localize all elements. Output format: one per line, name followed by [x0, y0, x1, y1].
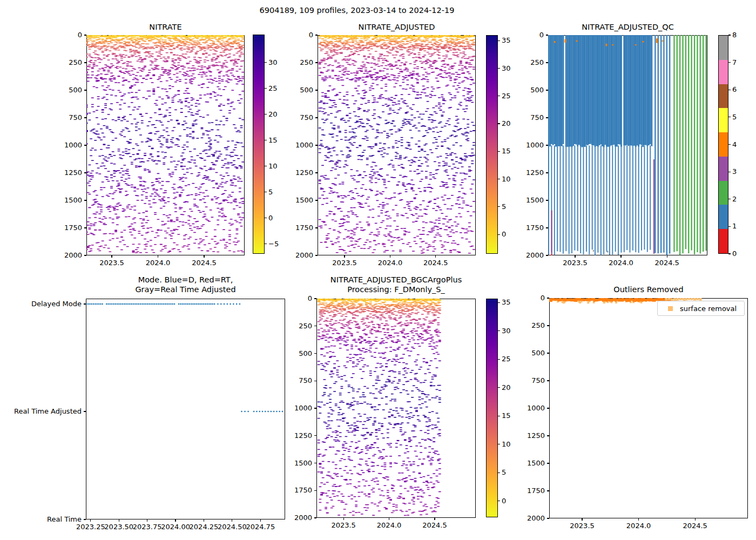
y-tick-label: 2000: [280, 513, 312, 523]
colorbar-tick-mark: [728, 35, 731, 35]
y-tick-label: 1250: [280, 431, 312, 441]
colorbar-tick-label: 2: [732, 194, 755, 204]
colorbar-tick-mark: [265, 166, 267, 166]
scatter-points: [316, 299, 476, 518]
panel-title-line: Processing: F_DMonly_S_: [316, 285, 476, 295]
colorbar-tick-mark: [498, 416, 500, 416]
tick-mark: [582, 518, 582, 521]
y-tick-label: 0: [512, 293, 545, 303]
x-tick-label: 2024.25: [190, 523, 219, 531]
tick-mark: [119, 519, 119, 522]
panel-title-line: NITRATE: [86, 23, 245, 32]
x-tick-label: 2023.5: [563, 259, 588, 267]
colorbar-tick-mark: [728, 199, 731, 199]
x-tick-label: 2024.50: [218, 523, 247, 531]
y-tick-label: 1000: [512, 403, 545, 413]
x-tick-label: 2024.5: [654, 259, 679, 267]
y-tick-label: 750: [511, 113, 544, 123]
colorbar-tick-mark: [728, 172, 731, 172]
y-tick-label: 750: [512, 376, 545, 386]
y-tick-label: 1250: [512, 431, 545, 441]
colorbar-tick-mark: [498, 40, 500, 41]
colorbar-tick-label: 4: [732, 140, 755, 150]
y-tick-label: 1750: [50, 223, 82, 233]
tick-mark: [435, 255, 436, 258]
y-tick-label: 0: [50, 30, 82, 40]
tick-mark: [695, 518, 696, 521]
tick-mark: [204, 519, 204, 522]
panel-nitrate-adjusted-title: NITRATE_ADJUSTED: [318, 23, 476, 32]
panel-nitrate-title: NITRATE: [86, 23, 245, 32]
outliers-legend: surface removal: [657, 301, 745, 316]
legend-marker-square: [668, 306, 673, 311]
tick-mark: [175, 519, 176, 522]
tick-mark: [389, 518, 389, 520]
y-tick-label: 1250: [50, 168, 82, 178]
tick-mark: [158, 255, 158, 258]
y-tick-label: 0: [280, 294, 312, 303]
y-tick-label: 1250: [281, 168, 313, 178]
panel-outliers-title: Outliers Removed: [549, 285, 748, 295]
colorbar-tick-label: 6: [732, 85, 755, 94]
y-tick-label: 2000: [281, 251, 313, 260]
colorbar-tick-mark: [265, 114, 267, 114]
colorbar-tick-mark: [498, 68, 500, 69]
colorbar: [253, 35, 265, 254]
colorbar-tick-mark: [265, 218, 267, 218]
colorbar: [718, 35, 728, 254]
colorbar-tick-mark: [498, 206, 500, 207]
x-tick-label: 2023.5: [332, 259, 357, 267]
tick-mark: [638, 518, 639, 521]
colorbar-tick-mark: [728, 253, 731, 254]
y-tick-label: 1500: [50, 195, 82, 205]
y-tick-label: 1000: [50, 140, 82, 150]
y-tick-label: 250: [280, 321, 312, 331]
x-tick-label: 2024.00: [161, 523, 190, 531]
x-tick-label: 2024.75: [246, 523, 275, 531]
y-tick-label: 500: [281, 85, 313, 95]
x-tick-label: 2024.5: [683, 522, 707, 530]
colorbar-tick-mark: [498, 501, 500, 501]
y-tick-label: 2000: [511, 251, 544, 260]
colorbar-tick-mark: [498, 473, 500, 473]
tick-mark: [111, 255, 112, 258]
y-tick-label: 750: [280, 376, 312, 386]
panel-title-line: Outliers Removed: [549, 285, 748, 295]
y-tick-label: 1500: [280, 458, 312, 468]
y-tick-label: 1750: [511, 223, 544, 233]
tick-mark: [232, 519, 232, 522]
legend-label: surface removal: [680, 305, 737, 313]
panel-title-line: NITRATE_ADJUSTED_QC: [548, 23, 707, 32]
y-tick-label: 250: [281, 58, 313, 68]
x-tick-label: 2024.5: [423, 259, 448, 267]
tick-mark: [204, 255, 204, 258]
colorbar-tick-mark: [498, 96, 500, 96]
colorbar-tick-label: −5: [268, 239, 291, 249]
tick-mark: [344, 255, 345, 258]
y-tick-label: 1500: [511, 195, 544, 205]
x-tick-label: 2024.0: [146, 259, 171, 267]
panel-title-line: Gray=Real Time Adjusted: [86, 285, 285, 295]
qc-stripes: [548, 35, 707, 255]
x-tick-label: 2024.5: [192, 259, 217, 267]
y-tick-label: 2000: [512, 514, 545, 523]
tick-mark: [575, 255, 575, 258]
panel-title-line: Mode. Blue=D, Red=RT,: [86, 275, 285, 285]
colorbar-tick-mark: [498, 123, 500, 124]
y-tick-label: 2000: [50, 251, 82, 260]
tick-mark: [260, 519, 261, 522]
colorbar-tick-mark: [498, 359, 500, 360]
colorbar-tick-label: 5: [502, 468, 524, 477]
y-tick-label: 1750: [512, 486, 545, 496]
colorbar-tick-label: 0: [502, 496, 524, 506]
y-tick-label: 0: [281, 30, 313, 40]
colorbar-tick-mark: [265, 140, 267, 140]
colorbar: [486, 299, 498, 517]
y-tick-label: 250: [511, 58, 544, 68]
y-category-label: Real Time: [5, 515, 82, 524]
y-tick-label: 1750: [280, 485, 312, 495]
colorbar-tick-mark: [498, 387, 500, 388]
colorbar-tick-mark: [498, 444, 500, 444]
colorbar-tick-mark: [265, 192, 267, 192]
colorbar-tick-mark: [265, 244, 267, 244]
